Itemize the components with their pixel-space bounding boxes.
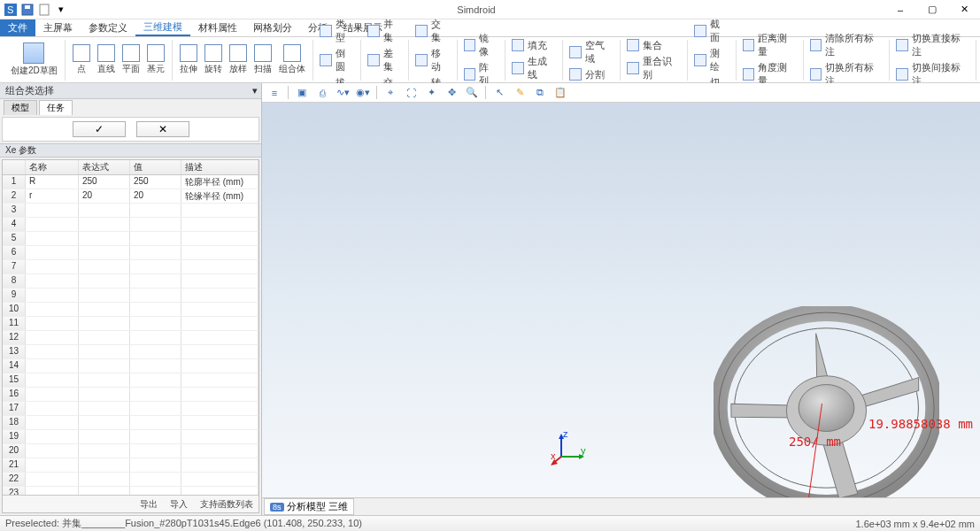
panel-title: 组合类选择▾ [0, 83, 261, 99]
expand-icon[interactable]: ≡ [266, 85, 283, 101]
table-row[interactable]: 15 [3, 373, 259, 388]
survey-button[interactable]: 测绘 [691, 46, 731, 74]
primitive-button[interactable]: 基元 [143, 43, 168, 76]
orbit-icon[interactable]: ✦ [422, 85, 440, 101]
sweep-button[interactable]: 放样 [226, 43, 251, 76]
set-button[interactable]: 集合 [624, 38, 683, 53]
table-row[interactable]: 17 [3, 402, 259, 416]
table-row[interactable]: 2r2020轮缘半径 (mm) [3, 189, 259, 204]
section-button[interactable]: 截面 [691, 17, 731, 45]
clear-annot-button[interactable]: 清除所有标注 [807, 31, 886, 59]
zoom-icon[interactable]: 🔍 [463, 85, 481, 101]
svg-text:S: S [7, 4, 13, 15]
table-row[interactable]: 3 [3, 204, 259, 218]
menu-file[interactable]: 文件 [0, 19, 35, 36]
import-link[interactable]: 导入 [170, 498, 188, 511]
split-button[interactable]: 分割 [567, 67, 616, 82]
extrude-button[interactable]: 拉伸 [176, 43, 201, 76]
fillet-button[interactable]: 倒圆 [317, 46, 357, 74]
fill-button[interactable]: 填充 [509, 38, 559, 53]
table-row[interactable]: 19 [3, 430, 259, 444]
table-row[interactable]: 8 [3, 274, 259, 289]
menu-3d-model[interactable]: 三维建模 [135, 19, 190, 36]
minimize-button[interactable]: – [884, 0, 916, 19]
table-row[interactable]: 14 [3, 359, 259, 373]
zoom-fit-icon[interactable]: ⌖ [382, 85, 399, 101]
union-button[interactable]: 并集 [365, 17, 405, 45]
dimension-20: 19.98858038 mm [868, 417, 973, 431]
table-row[interactable]: 18 [3, 416, 259, 430]
parameter-grid[interactable]: 名称 表达式 值 描述 1R250250轮廓半径 (mm)2r2020轮缘半径 … [2, 159, 259, 513]
airdomain-button[interactable]: 空气域 [567, 38, 616, 66]
table-row[interactable]: 9 [3, 289, 259, 303]
mirror-button[interactable]: 镜像 [461, 31, 501, 59]
table-row[interactable]: 5 [3, 232, 259, 246]
export-link[interactable]: 导出 [140, 498, 158, 511]
table-row[interactable]: 1R250250轮廓半径 (mm) [3, 175, 259, 189]
camera-icon[interactable]: ▣ [293, 85, 311, 101]
new-icon[interactable] [37, 3, 51, 17]
subtract-button[interactable]: 差集 [365, 46, 405, 74]
select-icon[interactable]: ↖ [490, 85, 508, 101]
content-area: 组合类选择▾ 模型 任务 ✓ ✕ Xe 参数 名称 表达式 值 描述 1R250… [0, 83, 980, 515]
grid-header: 名称 表达式 值 描述 [3, 160, 259, 175]
plane-button[interactable]: 平面 [119, 43, 143, 76]
print-icon[interactable]: ⎙ [313, 85, 331, 101]
table-row[interactable]: 16 [3, 388, 259, 402]
table-row[interactable]: 11 [3, 317, 259, 331]
status-bar: Preselected: 并集________Fusion_#280pT1031… [0, 515, 980, 531]
axis-triad-icon: zyx [551, 430, 586, 466]
render-icon[interactable]: ◉▾ [354, 85, 372, 101]
svg-text:y: y [581, 445, 586, 456]
funclist-link[interactable]: 支持函数列表 [200, 498, 253, 511]
menu-mesh[interactable]: 网格划分 [245, 19, 300, 36]
genline-button[interactable]: 生成线 [509, 54, 559, 82]
loft-button[interactable]: 扫描 [251, 43, 275, 76]
maximize-button[interactable]: ▢ [916, 0, 948, 19]
table-row[interactable]: 13 [3, 345, 259, 359]
intersect2-button[interactable]: 交集 [413, 17, 452, 45]
copy-icon[interactable]: ⧉ [531, 85, 549, 101]
3d-canvas[interactable]: 250/ mm 19.98858038 mm zyx [262, 103, 980, 497]
menu-home[interactable]: 主屏幕 [35, 19, 81, 36]
table-row[interactable]: 20 [3, 444, 259, 458]
highlight-icon[interactable]: ✎ [511, 85, 529, 101]
toggle-direct-button[interactable]: 切换直接标注 [893, 31, 972, 59]
table-row[interactable]: 23 [3, 487, 259, 495]
table-row[interactable]: 10 [3, 303, 259, 317]
grid-footer: 导出 导入 支持函数列表 [3, 495, 259, 512]
table-row[interactable]: 12 [3, 331, 259, 345]
table-row[interactable]: 21 [3, 458, 259, 473]
view-tab-analysis[interactable]: 8s 分析模型 三维 [264, 498, 354, 515]
menu-params[interactable]: 参数定义 [81, 19, 135, 36]
cancel-button[interactable]: ✕ [136, 121, 189, 137]
revolve-button[interactable]: 旋转 [201, 43, 226, 76]
paste-icon[interactable]: 📋 [552, 85, 569, 101]
type-button[interactable]: 类型 [317, 17, 357, 45]
curve-icon[interactable]: ∿▾ [334, 85, 351, 101]
table-row[interactable]: 22 [3, 473, 259, 487]
point-button[interactable]: 点 [69, 43, 94, 76]
move-button[interactable]: 移动 [413, 46, 452, 74]
menu-material[interactable]: 材料属性 [190, 19, 245, 36]
table-row[interactable]: 6 [3, 246, 259, 260]
pan-icon[interactable]: ✥ [443, 85, 460, 101]
ok-button[interactable]: ✓ [73, 121, 126, 137]
zoom-box-icon[interactable]: ⛶ [402, 85, 420, 101]
compound-button[interactable]: 组合体 [275, 43, 309, 76]
close-button[interactable]: ✕ [948, 0, 980, 19]
save-icon[interactable] [20, 3, 35, 17]
panel-dropdown-icon[interactable]: ▾ [252, 85, 258, 96]
dist-measure-button[interactable]: 距离测量 [740, 31, 799, 59]
dimension-250: 250/ mm [789, 435, 841, 449]
dropdown-icon[interactable]: ▾ [54, 3, 68, 17]
tab-task[interactable]: 任务 [39, 100, 73, 115]
sketch2d-button[interactable]: 创建2D草图 [7, 42, 61, 78]
wheel-model[interactable] [714, 306, 939, 497]
coincide-button[interactable]: 重合识别 [624, 54, 683, 82]
op-buttons: ✓ ✕ [2, 117, 259, 142]
line-button[interactable]: 直线 [94, 43, 119, 76]
table-row[interactable]: 4 [3, 218, 259, 232]
table-row[interactable]: 7 [3, 260, 259, 274]
tab-model[interactable]: 模型 [4, 100, 37, 115]
